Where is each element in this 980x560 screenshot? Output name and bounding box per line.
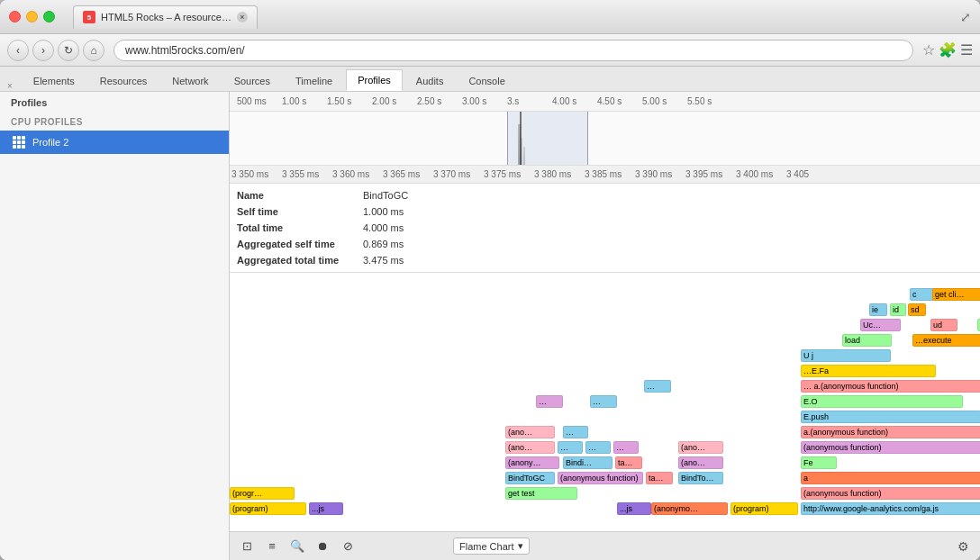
flame-bar[interactable]: … — [585, 441, 611, 454]
flame-bar[interactable]: http://www.google-analytics.com/ga.js — [801, 502, 980, 515]
flame-bar[interactable]: (program) — [230, 502, 306, 515]
ruler-mark-5s: 5.00 s — [642, 96, 667, 106]
forward-button[interactable]: › — [32, 40, 54, 61]
extensions-icon[interactable]: 🧩 — [939, 41, 957, 59]
flame-bar[interactable]: … — [558, 441, 583, 454]
minimap[interactable] — [230, 112, 980, 166]
flame-bar[interactable]: (ano… — [678, 456, 723, 469]
bookmark-icon[interactable]: ☆ — [922, 41, 935, 59]
flame-bar[interactable]: Fe — [801, 456, 837, 469]
flame-bar[interactable]: ta… — [615, 456, 642, 469]
flame-bar[interactable]: (anonymous function) — [801, 487, 980, 500]
flame-bar[interactable]: BindTo… — [678, 472, 723, 484]
flame-bar[interactable]: U j — [801, 349, 891, 362]
flame-bar[interactable]: (progr… — [230, 487, 295, 500]
flame-bar[interactable]: … — [536, 395, 563, 408]
flame-bar[interactable]: (ano… — [678, 441, 723, 454]
sidebar-item-profile2[interactable]: Profile 2 — [0, 131, 229, 154]
flame-bar[interactable]: load — [842, 334, 892, 347]
flame-bar[interactable]: ie — [869, 303, 887, 316]
minimize-button[interactable] — [26, 11, 38, 23]
flame-bar[interactable]: (anonymous function) — [558, 472, 643, 484]
ruler-mark-1s: 1.00 s — [282, 96, 306, 106]
info-agg-total-value: 3.475 ms — [363, 252, 404, 268]
tab-audits[interactable]: Audits — [404, 69, 456, 91]
flame-bar[interactable]: (anonymous function) — [801, 441, 980, 454]
flame-bar[interactable]: (program) — [730, 502, 798, 515]
detail-mark-3355: 3 355 ms — [282, 169, 319, 179]
tab-resources[interactable]: Resources — [88, 69, 159, 91]
flame-chart-area[interactable]: (program)...js...js(anonymo…(program)htt… — [230, 273, 980, 531]
info-self-time-value: 1.000 ms — [363, 203, 404, 220]
detail-mark-3400: 3 400 ms — [736, 169, 773, 179]
nav-right-icons: ☆ 🧩 ☰ — [922, 41, 973, 59]
flame-bar[interactable]: Uc… — [860, 319, 901, 331]
flame-bar[interactable]: … — [590, 395, 617, 408]
flame-bar[interactable]: ta… — [646, 472, 673, 484]
flame-bar[interactable]: a.(anonymous function) — [801, 426, 980, 438]
flame-chart-select[interactable]: Flame Chart ▾ — [453, 537, 530, 555]
dropdown-arrow: ▾ — [518, 540, 523, 552]
flame-bar[interactable]: get cli… — [932, 288, 980, 301]
flame-bar[interactable]: … — [613, 441, 639, 454]
browser-tab[interactable]: 5 HTML5 Rocks – A resource… × — [73, 5, 258, 29]
back-button[interactable]: ‹ — [7, 40, 29, 61]
dock-icon[interactable]: ⊡ — [237, 537, 257, 556]
home-button[interactable]: ⌂ — [83, 40, 104, 61]
list-icon[interactable]: ≡ — [262, 537, 282, 556]
flame-bar[interactable]: E.O — [801, 395, 963, 408]
flame-bar[interactable]: … a.(anonymous function) — [801, 380, 980, 393]
flame-bar[interactable]: id — [890, 303, 906, 316]
ruler-mark-4-5s: 4.50 s — [597, 96, 622, 106]
search-icon[interactable]: 🔍 — [287, 537, 307, 556]
flame-bar[interactable]: ...js — [617, 502, 651, 515]
address-bar[interactable]: www.html5rocks.com/en/ — [113, 40, 913, 61]
main-content: 500 ms 1.00 s 1.50 s 2.00 s 2.50 s 3.00 … — [230, 92, 980, 560]
minimap-cursor — [520, 112, 522, 165]
resize-icon: ⤢ — [960, 10, 971, 24]
devtools-close-icon[interactable]: × — [7, 81, 13, 91]
maximize-button[interactable] — [43, 11, 55, 23]
info-agg-self-label: Aggregated self time — [237, 236, 363, 252]
flame-bar[interactable]: … — [644, 380, 671, 393]
flame-bar[interactable]: … — [563, 426, 588, 438]
ruler-mark-4s: 4.00 s — [552, 96, 576, 106]
nav-bar: ‹ › ↻ ⌂ www.html5rocks.com/en/ ☆ 🧩 ☰ — [0, 34, 980, 67]
flame-chart-label: Flame Chart — [459, 541, 514, 552]
flame-bar[interactable]: (anony… — [505, 456, 559, 469]
tab-sources[interactable]: Sources — [222, 69, 282, 91]
flame-bar[interactable]: (ano… — [505, 441, 555, 454]
flame-bar[interactable]: BindToGC — [505, 472, 555, 484]
flame-bar[interactable]: Bindi… — [563, 456, 612, 469]
ruler-mark-500ms: 500 ms — [237, 96, 267, 106]
tab-network[interactable]: Network — [160, 69, 220, 91]
title-bar: 5 HTML5 Rocks – A resource… × ⤢ — [0, 0, 980, 34]
record-icon[interactable]: ⏺ — [313, 537, 332, 556]
flame-bar[interactable]: …execute — [912, 334, 980, 347]
detail-mark-3370: 3 370 ms — [433, 169, 470, 179]
flame-bar[interactable]: sd — [908, 303, 926, 316]
flame-bar[interactable]: E.push — [801, 411, 980, 423]
tab-elements[interactable]: Elements — [22, 69, 86, 91]
tab-close-button[interactable]: × — [237, 12, 248, 23]
refresh-button[interactable]: ↻ — [58, 40, 79, 61]
flame-bar[interactable]: a — [801, 472, 980, 484]
flame-bar[interactable]: get test — [505, 487, 577, 500]
flame-bar[interactable]: (ano… — [505, 426, 555, 438]
info-row-agg-self: Aggregated self time 0.869 ms — [237, 236, 475, 252]
settings-icon[interactable]: ⚙ — [953, 537, 973, 556]
tab-profiles[interactable]: Profiles — [346, 69, 403, 91]
tab-timeline[interactable]: Timeline — [284, 69, 344, 91]
info-table: Name BindToGC Self time 1.000 ms Total t… — [230, 184, 482, 272]
close-button[interactable] — [9, 11, 21, 23]
profile-label: Profile 2 — [32, 137, 68, 148]
stop-icon[interactable]: ⊘ — [338, 537, 358, 556]
tab-bar: 5 HTML5 Rocks – A resource… × — [73, 5, 960, 29]
flame-bar[interactable]: (anonymo… — [651, 502, 728, 515]
ruler-mark-3s: 3.00 s — [462, 96, 486, 106]
menu-icon[interactable]: ☰ — [960, 41, 973, 59]
flame-bar[interactable]: ud — [930, 319, 957, 331]
tab-console[interactable]: Console — [457, 69, 516, 91]
flame-bar[interactable]: ...js — [309, 502, 343, 515]
flame-bar[interactable]: …E.Fa — [801, 365, 936, 377]
